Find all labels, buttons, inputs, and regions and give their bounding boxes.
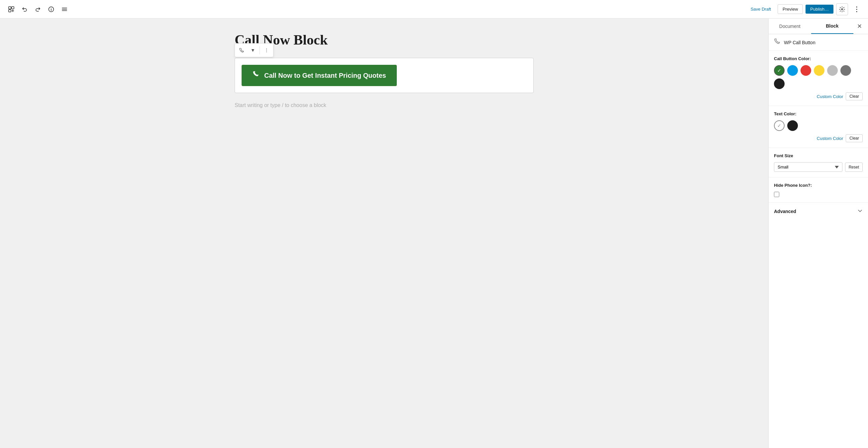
toolbar-right: Save Draft Preview Publish… (747, 3, 863, 15)
color-swatch-blue[interactable] (787, 65, 798, 76)
block-type-button[interactable] (236, 45, 247, 56)
svg-point-4 (841, 9, 843, 10)
settings-button[interactable] (836, 3, 848, 15)
text-color-swatches: ✓ (774, 120, 863, 131)
redo-button[interactable] (32, 3, 44, 15)
block-wrapper: ▼ ⋮ Call Now to Get Instant P (235, 58, 534, 93)
tab-document[interactable]: Document (769, 19, 811, 34)
call-button-block: Call Now to Get Instant Pricing Quotes (235, 58, 534, 93)
main-layout: Call Now Block ▼ ⋮ (0, 19, 868, 448)
publish-button[interactable]: Publish… (806, 5, 833, 13)
preview-button[interactable]: Preview (778, 4, 803, 14)
call-button-color-swatches: ✓ (774, 65, 863, 89)
svg-rect-0 (9, 7, 11, 9)
color-swatch-yellow[interactable] (814, 65, 825, 76)
sidebar-close-button[interactable]: ✕ (854, 20, 865, 32)
clear-button-1[interactable]: Clear (846, 92, 863, 100)
font-size-section: Font Size Small Normal Medium Large Huge… (769, 148, 868, 177)
chevron-down-icon (857, 208, 863, 215)
svg-point-6 (856, 9, 857, 10)
custom-color-link-1[interactable]: Custom Color (817, 94, 843, 99)
toolbar-divider (259, 46, 260, 54)
text-color-actions: Custom Color Clear (774, 134, 863, 142)
phone-icon (252, 71, 259, 80)
font-size-label: Font Size (774, 153, 863, 158)
editor-area: Call Now Block ▼ ⋮ (0, 19, 768, 448)
custom-color-link-2[interactable]: Custom Color (817, 136, 843, 141)
tab-block[interactable]: Block (811, 19, 854, 34)
info-button[interactable] (45, 3, 57, 15)
undo-button[interactable] (19, 3, 31, 15)
color-swatch-green[interactable]: ✓ (774, 65, 784, 76)
block-toolbar: ▼ ⋮ (235, 43, 274, 57)
hide-phone-label: Hide Phone Icon?: (774, 183, 863, 188)
call-button-color-label: Call Button Color: (774, 56, 863, 61)
call-color-actions: Custom Color Clear (774, 92, 863, 100)
call-now-button[interactable]: Call Now to Get Instant Pricing Quotes (242, 65, 397, 86)
color-swatch-red[interactable] (801, 65, 811, 76)
sidebar-header: Document Block ✕ (769, 19, 868, 34)
advanced-section[interactable]: Advanced (769, 203, 868, 220)
post-title[interactable]: Call Now Block (235, 32, 534, 48)
font-size-select[interactable]: Small Normal Medium Large Huge (774, 162, 842, 172)
svg-point-7 (856, 11, 857, 12)
toolbar-left (5, 3, 70, 15)
save-draft-button[interactable]: Save Draft (747, 5, 775, 13)
selected-check: ✓ (777, 68, 781, 73)
block-type-icon (774, 38, 781, 47)
block-dropdown-button[interactable]: ▼ (248, 45, 258, 56)
add-block-button[interactable] (5, 3, 17, 15)
tools-button[interactable] (59, 3, 70, 15)
clear-button-2[interactable]: Clear (846, 134, 863, 142)
svg-rect-2 (9, 10, 11, 12)
sidebar: Document Block ✕ WP Call Button Call But… (768, 19, 868, 448)
font-size-reset-button[interactable]: Reset (845, 162, 863, 172)
color-swatch-black[interactable] (774, 79, 784, 89)
text-color-none-check: ✓ (777, 123, 781, 128)
call-button-text: Call Now to Get Instant Pricing Quotes (264, 72, 386, 80)
block-more-button[interactable]: ⋮ (261, 45, 272, 56)
hide-phone-section: Hide Phone Icon?: (769, 177, 868, 203)
top-bar: Save Draft Preview Publish… (0, 0, 868, 19)
text-color-black[interactable] (787, 120, 798, 131)
text-color-label: Text Color: (774, 111, 863, 116)
color-swatch-light-gray[interactable] (827, 65, 838, 76)
text-color-none[interactable]: ✓ (774, 120, 784, 131)
editor-placeholder[interactable]: Start writing or type / to choose a bloc… (235, 97, 534, 114)
call-button-color-section: Call Button Color: ✓ Custo (769, 51, 868, 106)
text-color-section: Text Color: ✓ Custom Color Clear (769, 106, 868, 148)
block-name-label: WP Call Button (784, 40, 815, 45)
block-info-row: WP Call Button (769, 34, 868, 51)
advanced-label: Advanced (774, 209, 796, 214)
font-size-row: Small Normal Medium Large Huge Reset (774, 162, 863, 172)
more-options-button[interactable] (851, 3, 863, 15)
color-swatch-dark-gray[interactable] (840, 65, 851, 76)
hide-phone-checkbox-row (774, 192, 863, 197)
editor-content: Call Now Block ▼ ⋮ (235, 32, 534, 114)
hide-phone-checkbox[interactable] (774, 192, 779, 197)
svg-point-5 (856, 6, 857, 7)
svg-rect-1 (12, 7, 14, 9)
